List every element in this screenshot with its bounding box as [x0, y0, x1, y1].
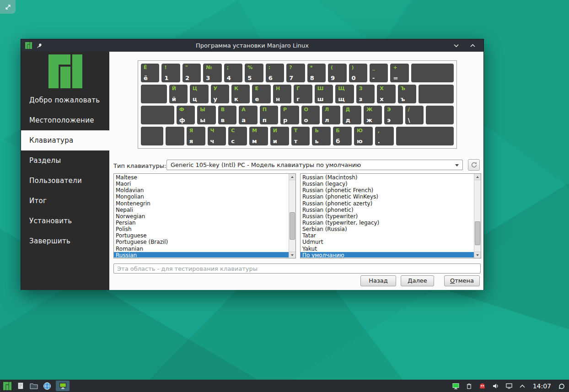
list-item[interactable]: Polish	[114, 226, 289, 232]
notes-icon[interactable]	[16, 381, 25, 391]
network-display-icon[interactable]	[451, 381, 461, 391]
scrollbar-thumb[interactable]	[475, 221, 480, 245]
clock[interactable]: 14:07	[531, 382, 553, 390]
key-ж: Жж	[364, 106, 382, 124]
key-3: №3	[203, 64, 221, 82]
list-item[interactable]: Maltese	[114, 174, 289, 181]
chevron-up-icon[interactable]	[468, 41, 477, 50]
list-item[interactable]: Russian	[114, 252, 289, 258]
key-ю: Юю	[354, 127, 373, 145]
key-х: Хх	[377, 85, 395, 103]
sidebar-item-2[interactable]: Клавиатура	[21, 130, 109, 150]
manjaro-menu-icon[interactable]	[3, 381, 12, 391]
key-б: Бб	[333, 127, 352, 145]
key-э: Ээ	[384, 106, 403, 124]
sidebar-item-3[interactable]: Разделы	[21, 150, 109, 171]
sidebar-nav: Добро пожаловатьМестоположениеКлавиатура…	[21, 90, 109, 251]
cancel-button[interactable]: Отмена	[444, 275, 480, 286]
list-item[interactable]: Norwegian	[114, 213, 289, 220]
list-item[interactable]: Mongolian	[114, 193, 289, 200]
scroll-down-icon[interactable]	[289, 252, 295, 258]
key-blank	[396, 127, 454, 145]
sidebar-item-1[interactable]: Местоположение	[21, 110, 109, 130]
file-manager-icon[interactable]	[29, 381, 38, 391]
key-=: +=	[390, 64, 408, 82]
sidebar-item-0[interactable]: Добро пожаловать	[21, 90, 109, 110]
list-item[interactable]: Russian (phonetic French)	[301, 187, 474, 193]
key-0: )0	[349, 64, 367, 82]
installer-window: Программа установки Manjaro Linux Добро …	[21, 39, 484, 290]
key-blank	[141, 85, 167, 103]
list-item[interactable]: Romanian	[114, 246, 289, 252]
scroll-down-icon[interactable]	[474, 252, 481, 258]
list-item[interactable]: Maori	[114, 181, 289, 187]
key-ъ: Ъъ	[398, 85, 416, 103]
next-button[interactable]: Далее	[401, 275, 434, 286]
layout-list-scrollbar[interactable]	[289, 174, 295, 258]
variant-list-scrollbar[interactable]	[474, 174, 481, 258]
sidebar-item-5[interactable]: Итог	[21, 191, 109, 211]
scroll-up-icon[interactable]	[289, 174, 295, 180]
key-2: "2	[183, 64, 201, 82]
key--: _-	[370, 64, 388, 82]
variant-list[interactable]: Russian (Macintosh)Russian (legacy)Russi…	[300, 173, 481, 258]
key-6: :6	[266, 64, 284, 82]
list-item[interactable]: Russian (phonetic WinKeys)	[301, 193, 474, 200]
display-icon[interactable]	[505, 381, 514, 391]
taskbar: 14:07	[0, 380, 569, 392]
titlebar[interactable]: Программа установки Manjaro Linux	[21, 39, 483, 52]
browser-icon[interactable]	[43, 381, 52, 391]
key-з: Зз	[356, 85, 375, 103]
key-\: /\	[405, 106, 424, 124]
key-д: Дд	[343, 106, 361, 124]
installer-task-icon	[59, 382, 67, 389]
back-button[interactable]: Назад	[360, 275, 396, 286]
list-item[interactable]: Russian (phonetic)	[301, 207, 474, 213]
pin-icon[interactable]	[36, 43, 43, 49]
sidebar-item-7[interactable]: Завершить	[21, 231, 109, 251]
key-blank	[419, 85, 454, 103]
panel-toolbox-icon[interactable]	[557, 381, 566, 391]
volume-icon[interactable]	[491, 381, 500, 391]
active-task-installer[interactable]	[56, 381, 70, 391]
list-item[interactable]: Portuguese (Brazil)	[114, 239, 289, 245]
key-blank	[426, 106, 454, 124]
trash-icon[interactable]	[465, 381, 474, 391]
key-о: Оо	[301, 106, 320, 124]
list-item[interactable]: Persian	[114, 220, 289, 226]
list-item[interactable]: Russian (typewriter)	[301, 213, 474, 220]
desktop-toolbox[interactable]	[0, 0, 16, 14]
key-blank	[166, 127, 184, 145]
updates-icon[interactable]	[478, 381, 487, 391]
sidebar-item-4[interactable]: Пользователи	[21, 171, 109, 191]
list-item[interactable]: Yakut	[301, 246, 474, 252]
refresh-button[interactable]	[468, 159, 480, 171]
desktop: Программа установки Manjaro Linux Добро …	[0, 0, 569, 392]
layout-list[interactable]: MalteseMaoriMoldavianMongolianMontenegri…	[113, 173, 296, 258]
list-item[interactable]: Serbian (Russia)	[301, 226, 474, 232]
key-п: Пп	[260, 106, 278, 124]
list-item[interactable]: Russian (phonetic azerty)	[301, 200, 474, 207]
list-item[interactable]: Russian (typewriter, legacy)	[301, 220, 474, 226]
list-item[interactable]: Nepali	[114, 207, 289, 213]
list-item[interactable]: Russian (Macintosh)	[301, 174, 474, 181]
list-item[interactable]: Udmurt	[301, 239, 474, 245]
expand-arrow-icon[interactable]	[518, 381, 527, 391]
chevron-down-icon[interactable]	[451, 41, 461, 50]
list-item[interactable]: Russian (legacy)	[301, 181, 474, 187]
list-item[interactable]: Tatar	[301, 232, 474, 239]
list-item[interactable]: По умолчанию	[301, 252, 474, 258]
list-item[interactable]: Montenegrin	[114, 200, 289, 207]
scroll-up-icon[interactable]	[474, 174, 481, 180]
key-т: Тт	[291, 127, 310, 145]
list-item[interactable]: Portuguese	[114, 232, 289, 239]
keyboard-model-combobox[interactable]: Generic 105-key (Intl) PC - Модель клави…	[166, 160, 463, 170]
list-item[interactable]: Moldavian	[114, 187, 289, 193]
keyboard-test-input[interactable]	[113, 263, 481, 274]
refresh-icon	[470, 161, 478, 169]
scrollbar-thumb[interactable]	[290, 212, 295, 240]
key-у: Уу	[211, 85, 229, 103]
key-а: Аа	[239, 106, 257, 124]
key-9: (9	[328, 64, 346, 82]
sidebar-item-6[interactable]: Установить	[21, 211, 109, 231]
